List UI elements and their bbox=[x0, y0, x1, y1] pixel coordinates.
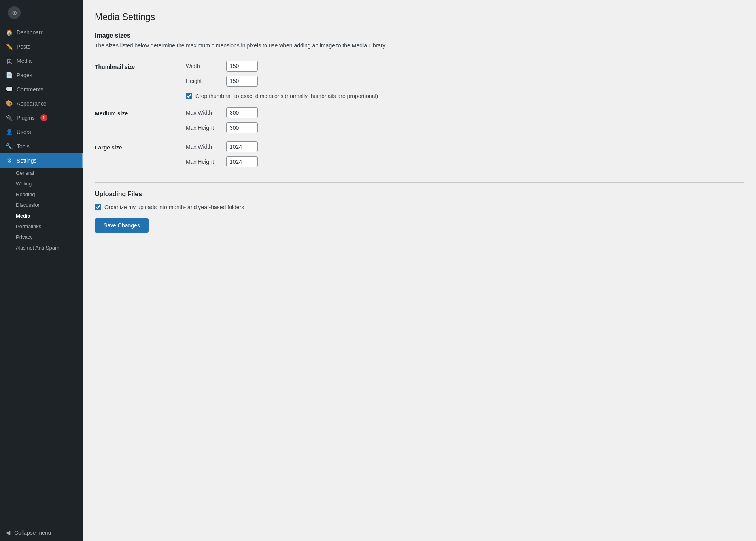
nav-appearance[interactable]: 🎨 Appearance bbox=[0, 96, 83, 111]
medium-max-width-label: Max Width bbox=[186, 110, 221, 116]
medium-row: Medium size Max Width Max Height bbox=[95, 103, 744, 137]
section-divider bbox=[95, 182, 744, 183]
organize-uploads-row: Organize my uploads into month- and year… bbox=[95, 204, 744, 210]
collapse-arrow-icon: ◀ bbox=[6, 529, 10, 536]
dashboard-icon: 🏠 bbox=[6, 29, 13, 36]
large-max-width-label: Max Width bbox=[186, 144, 221, 150]
nav-comments-label: Comments bbox=[17, 86, 43, 93]
site-logo: ⊕ bbox=[0, 0, 83, 25]
comments-icon: 💬 bbox=[6, 86, 13, 93]
image-sizes-heading: Image sizes bbox=[95, 32, 744, 39]
nav-comments[interactable]: 💬 Comments bbox=[0, 82, 83, 96]
nav-tools-label: Tools bbox=[17, 143, 30, 149]
medium-max-height-label: Max Height bbox=[186, 125, 221, 131]
thumbnail-height-row: Height bbox=[186, 76, 740, 87]
nav-posts-label: Posts bbox=[17, 44, 30, 50]
organize-uploads-checkbox[interactable] bbox=[95, 204, 101, 210]
thumbnail-width-input[interactable] bbox=[226, 61, 258, 72]
large-field-group: Max Width Max Height bbox=[186, 141, 740, 167]
nav-users-label: Users bbox=[17, 129, 31, 135]
nav-settings[interactable]: ⚙ Settings bbox=[0, 153, 83, 168]
large-label: Large size bbox=[95, 137, 182, 171]
nav-settings-label: Settings bbox=[17, 157, 37, 164]
medium-width-row: Max Width bbox=[186, 107, 740, 118]
collapse-label: Collapse menu bbox=[14, 530, 51, 536]
image-sizes-table: Thumbnail size Width Height bbox=[95, 57, 744, 171]
image-sizes-desc: The sizes listed below determine the max… bbox=[95, 42, 744, 49]
posts-icon: ✏️ bbox=[6, 43, 13, 50]
submenu-discussion[interactable]: Discussion bbox=[0, 200, 83, 210]
nav-plugins-label: Plugins bbox=[17, 115, 35, 121]
users-icon: 👤 bbox=[6, 129, 13, 136]
thumbnail-crop-row: Crop thumbnail to exact dimensions (norm… bbox=[186, 93, 740, 99]
thumbnail-label: Thumbnail size bbox=[95, 57, 182, 103]
thumbnail-width-label: Width bbox=[186, 63, 221, 69]
nav-pages[interactable]: 📄 Pages bbox=[0, 68, 83, 82]
pages-icon: 📄 bbox=[6, 72, 13, 79]
nav-plugins[interactable]: 🔌 Plugins 1 bbox=[0, 111, 83, 125]
nav-pages-label: Pages bbox=[17, 72, 32, 78]
medium-height-row: Max Height bbox=[186, 122, 740, 133]
main-content: Media Settings Image sizes The sizes lis… bbox=[83, 0, 756, 541]
large-fields: Max Width Max Height bbox=[182, 137, 744, 171]
settings-icon: ⚙ bbox=[6, 157, 13, 164]
thumbnail-row: Thumbnail size Width Height bbox=[95, 57, 744, 103]
medium-height-input[interactable] bbox=[226, 122, 258, 133]
thumbnail-height-label: Height bbox=[186, 78, 221, 84]
thumbnail-field-group: Width Height Crop thumbnail to exact dim… bbox=[186, 61, 740, 99]
plugins-badge: 1 bbox=[40, 114, 47, 121]
thumbnail-crop-label[interactable]: Crop thumbnail to exact dimensions (norm… bbox=[195, 93, 378, 99]
nav-dashboard[interactable]: 🏠 Dashboard bbox=[0, 25, 83, 40]
image-sizes-section: Image sizes The sizes listed below deter… bbox=[95, 32, 744, 171]
large-width-row: Max Width bbox=[186, 141, 740, 152]
nav-posts[interactable]: ✏️ Posts bbox=[0, 40, 83, 54]
medium-field-group: Max Width Max Height bbox=[186, 107, 740, 133]
uploading-heading: Uploading Files bbox=[95, 191, 744, 198]
nav-tools[interactable]: 🔧 Tools bbox=[0, 139, 83, 153]
plugins-icon: 🔌 bbox=[6, 114, 13, 121]
media-icon: 🖼 bbox=[6, 57, 13, 64]
thumbnail-fields: Width Height Crop thumbnail to exact dim… bbox=[182, 57, 744, 103]
page-title: Media Settings bbox=[95, 12, 744, 23]
submenu-writing[interactable]: Writing bbox=[0, 178, 83, 189]
large-width-input[interactable] bbox=[226, 141, 258, 152]
submenu-privacy[interactable]: Privacy bbox=[0, 232, 83, 242]
medium-label: Medium size bbox=[95, 103, 182, 137]
nav-users[interactable]: 👤 Users bbox=[0, 125, 83, 139]
submenu-general[interactable]: General bbox=[0, 168, 83, 178]
uploading-files-section: Uploading Files Organize my uploads into… bbox=[95, 191, 744, 210]
sidebar: ⊕ 🏠 Dashboard ✏️ Posts 🖼 Media 📄 Pages 💬… bbox=[0, 0, 83, 541]
nav-dashboard-label: Dashboard bbox=[17, 29, 44, 36]
thumbnail-height-input[interactable] bbox=[226, 76, 258, 87]
nav-media-label: Media bbox=[17, 58, 32, 64]
thumbnail-crop-checkbox[interactable] bbox=[186, 93, 192, 99]
medium-width-input[interactable] bbox=[226, 107, 258, 118]
large-row: Large size Max Width Max Height bbox=[95, 137, 744, 171]
settings-submenu: General Writing Reading Discussion Media… bbox=[0, 168, 83, 253]
submenu-akismet[interactable]: Akismet Anti-Spam bbox=[0, 242, 83, 253]
submenu-permalinks[interactable]: Permalinks bbox=[0, 221, 83, 232]
large-height-input[interactable] bbox=[226, 156, 258, 167]
thumbnail-width-row: Width bbox=[186, 61, 740, 72]
large-max-height-label: Max Height bbox=[186, 159, 221, 165]
organize-uploads-label[interactable]: Organize my uploads into month- and year… bbox=[104, 204, 244, 210]
nav-appearance-label: Appearance bbox=[17, 100, 47, 107]
save-changes-button[interactable]: Save Changes bbox=[95, 218, 149, 233]
appearance-icon: 🎨 bbox=[6, 100, 13, 107]
submenu-media[interactable]: Media bbox=[0, 210, 83, 221]
submenu-reading[interactable]: Reading bbox=[0, 189, 83, 200]
medium-fields: Max Width Max Height bbox=[182, 103, 744, 137]
wp-logo-icon: ⊕ bbox=[8, 6, 21, 19]
nav-media[interactable]: 🖼 Media bbox=[0, 54, 83, 68]
tools-icon: 🔧 bbox=[6, 143, 13, 150]
collapse-menu-button[interactable]: ◀ Collapse menu bbox=[0, 524, 83, 541]
large-height-row: Max Height bbox=[186, 156, 740, 167]
